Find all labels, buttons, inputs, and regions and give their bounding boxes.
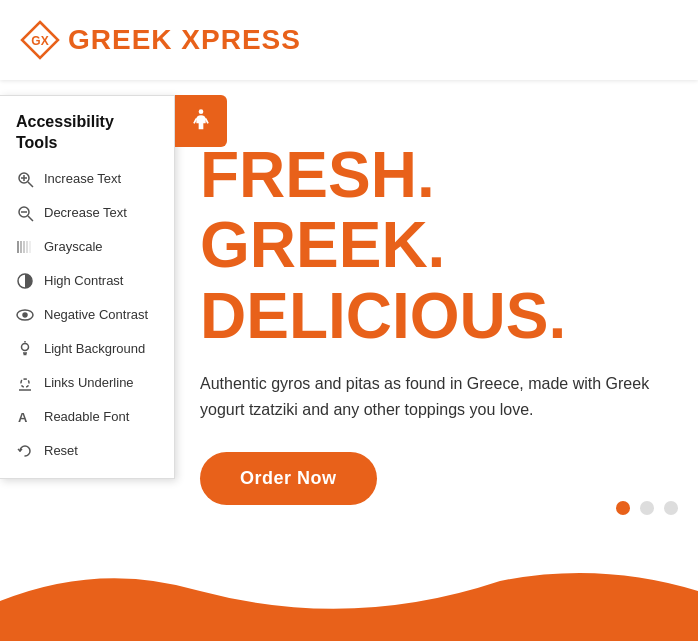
logo-icon: GX: [20, 20, 60, 60]
reset-label: Reset: [44, 443, 78, 458]
decrease-text-icon: [16, 204, 34, 222]
increase-text-icon: [16, 170, 34, 188]
high-contrast-icon: [16, 272, 34, 290]
links-underline-label: Links Underline: [44, 375, 134, 390]
header: GX GREEK XPRESS: [0, 0, 698, 80]
negative-contrast-icon: [16, 306, 34, 324]
carousel-dot-1[interactable]: [616, 501, 630, 515]
high-contrast-label: High Contrast: [44, 273, 123, 288]
svg-text:GX: GX: [31, 34, 48, 48]
accessibility-person-icon: [187, 107, 215, 135]
svg-rect-10: [20, 241, 22, 253]
svg-rect-9: [17, 241, 19, 253]
order-now-button[interactable]: Order Now: [200, 452, 377, 505]
svg-rect-11: [23, 241, 25, 253]
accessibility-item-increase-text[interactable]: Increase Text: [0, 162, 174, 196]
grayscale-icon: [16, 238, 34, 256]
accessibility-item-high-contrast[interactable]: High Contrast: [0, 264, 174, 298]
hero-title-line2: DELICIOUS.: [200, 280, 566, 352]
carousel-dot-3[interactable]: [664, 501, 678, 515]
svg-rect-12: [26, 241, 28, 253]
reset-icon: [16, 442, 34, 460]
decrease-text-label: Decrease Text: [44, 205, 127, 220]
svg-rect-13: [29, 241, 31, 253]
light-background-icon: [16, 340, 34, 358]
accessibility-item-links-underline[interactable]: Links Underline: [0, 366, 174, 400]
logo-word1: GREEK: [68, 24, 181, 55]
logo[interactable]: GX GREEK XPRESS: [20, 20, 301, 60]
bottom-wave: [0, 561, 698, 641]
accessibility-panel: Accessibility Tools Increase Text: [0, 95, 175, 479]
accessibility-item-reset[interactable]: Reset: [0, 434, 174, 468]
svg-line-3: [28, 182, 33, 187]
accessibility-item-light-background[interactable]: Light Background: [0, 332, 174, 366]
readable-font-label: Readable Font: [44, 409, 129, 424]
svg-point-17: [22, 343, 29, 350]
accessibility-item-readable-font[interactable]: A Readable Font: [0, 400, 174, 434]
accessibility-panel-title: Accessibility Tools: [0, 96, 174, 162]
accessibility-item-decrease-text[interactable]: Decrease Text: [0, 196, 174, 230]
svg-point-16: [23, 313, 27, 317]
readable-font-icon: A: [16, 408, 34, 426]
accessibility-item-negative-contrast[interactable]: Negative Contrast: [0, 298, 174, 332]
hero-title: FRESH. GREEK. DELICIOUS.: [200, 140, 658, 351]
links-underline-icon: [16, 374, 34, 392]
accessibility-item-grayscale[interactable]: Grayscale: [0, 230, 174, 264]
hero-subtitle: Authentic gyros and pitas as found in Gr…: [200, 371, 658, 422]
grayscale-label: Grayscale: [44, 239, 103, 254]
carousel-dots: [616, 501, 678, 515]
negative-contrast-label: Negative Contrast: [44, 307, 148, 322]
accessibility-toggle-button[interactable]: [175, 95, 227, 147]
svg-line-7: [28, 216, 33, 221]
light-background-label: Light Background: [44, 341, 145, 356]
logo-text: GREEK XPRESS: [68, 24, 301, 56]
svg-text:A: A: [18, 410, 28, 425]
carousel-dot-2[interactable]: [640, 501, 654, 515]
increase-text-label: Increase Text: [44, 171, 121, 186]
logo-word2: XPRESS: [181, 24, 301, 55]
hero-title-line1: FRESH. GREEK.: [200, 139, 445, 281]
accessibility-items-list: Increase Text Decrease Text: [0, 162, 174, 468]
svg-point-24: [199, 109, 204, 114]
